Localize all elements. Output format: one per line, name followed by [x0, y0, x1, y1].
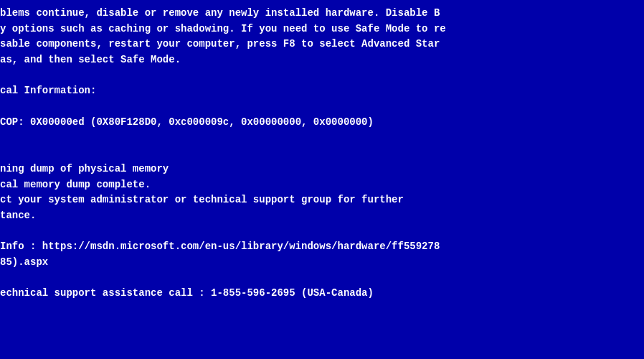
bsod-screen: blems continue, disable or remove any ne… [0, 0, 644, 359]
bsod-text-content: blems continue, disable or remove any ne… [0, 0, 644, 359]
